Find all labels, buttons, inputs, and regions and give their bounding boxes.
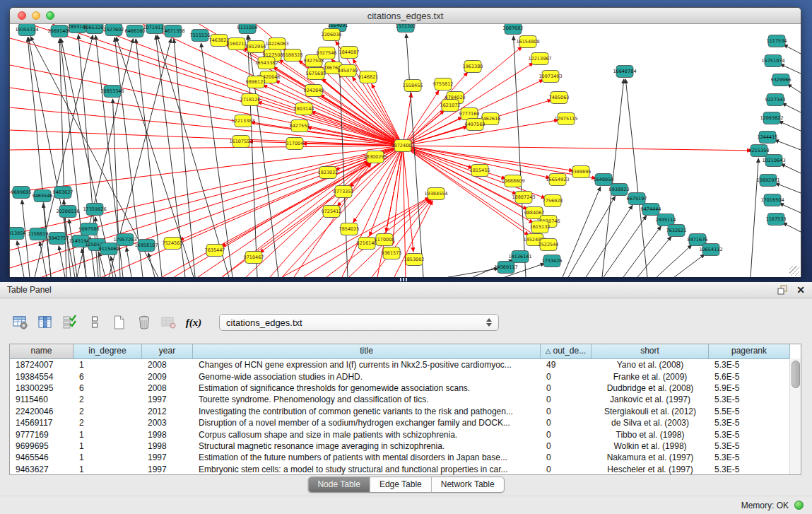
network-node[interactable]: 1167533 — [766, 214, 787, 226]
table-cell[interactable]: 2008 — [142, 360, 193, 370]
table-cell[interactable]: 1998 — [142, 441, 193, 451]
tab-network-table[interactable]: Network Table — [431, 477, 504, 492]
table-cell[interactable]: 5.3E-5 — [709, 418, 790, 428]
network-node[interactable]: 9755812 — [433, 78, 454, 90]
network-node[interactable]: 3913954 — [10, 228, 25, 240]
network-node[interactable]: 7485063 — [549, 92, 570, 104]
network-node[interactable]: 1640954 — [594, 174, 614, 186]
scrollbar-thumb[interactable] — [792, 361, 800, 388]
network-node[interactable]: 7632621 — [666, 225, 687, 237]
table-cell[interactable]: Structural magnetic resonance image aver… — [193, 441, 541, 451]
network-node[interactable]: 8938923 — [609, 184, 630, 196]
network-node[interactable]: 1853002 — [404, 254, 425, 266]
table-select-dropdown[interactable]: citations_edges.txt — [219, 314, 499, 331]
network-node[interactable]: 7515526 — [190, 30, 211, 42]
float-panel-icon[interactable] — [777, 284, 788, 296]
network-node[interactable]: 1558455 — [403, 80, 423, 92]
network-node[interactable]: 9725412 — [322, 206, 342, 218]
table-cell[interactable]: 2003 — [142, 418, 193, 428]
table-cell[interactable]: 9777169 — [10, 430, 73, 440]
network-node[interactable]: 8427552 — [290, 120, 310, 132]
column-header-in_degree[interactable]: in_degree — [73, 344, 142, 358]
table-cell[interactable]: 0 — [541, 395, 592, 404]
table-cell[interactable]: 5.3E-5 — [709, 465, 790, 474]
network-node[interactable]: 9777169 — [459, 108, 480, 120]
column-header-short[interactable]: short — [592, 344, 709, 358]
network-node[interactable]: 5675685 — [306, 68, 326, 80]
table-cell[interactable]: 18724007 — [10, 360, 73, 370]
window-resize-grip[interactable] — [789, 266, 799, 276]
network-node[interactable]: 15751074 — [761, 55, 784, 67]
table-cell[interactable]: Hescheler et al. (1997) — [592, 465, 709, 474]
network-node[interactable]: 16958107 — [134, 240, 158, 252]
table-cell[interactable]: 2 — [73, 407, 142, 416]
table-cell[interactable]: 6 — [73, 372, 142, 382]
table-cell[interactable]: 0 — [541, 465, 592, 474]
network-node[interactable]: 9115460 — [99, 243, 119, 255]
network-node[interactable]: 14136141 — [508, 251, 531, 263]
table-cell[interactable]: 1 — [73, 465, 142, 474]
table-cell[interactable]: Stergiakouli et al. (2012) — [592, 407, 709, 416]
network-node[interactable]: 1733426 — [542, 255, 563, 267]
table-cell[interactable]: 2012 — [142, 407, 193, 416]
network-node[interactable]: 13942757 — [45, 233, 69, 245]
network-node[interactable]: 19355724 — [15, 24, 38, 36]
table-cell[interactable]: Dudbridge et al. (2008) — [592, 383, 709, 393]
table-cell[interactable]: Estimation of significance thresholds fo… — [193, 383, 541, 393]
table-cell[interactable]: 5.6E-5 — [709, 372, 790, 382]
function-builder-button[interactable]: f(x) — [184, 313, 203, 332]
table-cell[interactable]: Jankovic et al. (1997) — [592, 395, 709, 404]
table-cell[interactable]: 2 — [73, 395, 142, 404]
table-cell[interactable]: Changes of HCN gene expression and I(f) … — [193, 360, 541, 370]
table-cell[interactable]: 9115460 — [10, 395, 73, 404]
table-cell[interactable]: 1 — [73, 430, 142, 440]
tab-node-table[interactable]: Node Table — [308, 477, 370, 492]
table-cell[interactable]: 0 — [541, 407, 592, 416]
table-cell[interactable]: 5.9E-5 — [709, 383, 790, 393]
network-node[interactable]: 10654112 — [699, 244, 722, 256]
network-node[interactable]: 20853346 — [100, 86, 124, 98]
network-node[interactable]: 9097588 — [79, 223, 100, 235]
network-node[interactable]: 12975115 — [554, 113, 577, 125]
network-node[interactable]: 2522544 — [539, 239, 559, 251]
table-cell[interactable]: 5.3E-5 — [709, 430, 790, 440]
table-cell[interactable]: 1997 — [142, 465, 193, 474]
delete-columns-button[interactable] — [135, 313, 153, 332]
table-row[interactable]: 1456911722003Disruption of a novel membe… — [10, 417, 790, 428]
network-view[interactable]: 1935572420691406289314410653287152760264… — [10, 24, 801, 277]
network-node[interactable]: 8215358 — [749, 145, 770, 157]
network-node[interactable]: 19384554 — [424, 188, 447, 200]
network-node[interactable]: 8912954 — [246, 41, 266, 53]
network-node[interactable]: 9399895 — [571, 166, 592, 178]
table-cell[interactable]: 1998 — [142, 430, 193, 440]
network-node[interactable]: 9242848 — [304, 85, 324, 97]
column-header-pagerank[interactable]: pagerank — [709, 344, 790, 358]
network-node[interactable]: 17359926 — [83, 204, 106, 216]
network-node[interactable]: 16154808 — [516, 36, 539, 48]
table-cell[interactable]: 6 — [73, 383, 142, 393]
network-node[interactable]: 6497568 — [465, 119, 486, 131]
network-node[interactable]: 6466160 — [125, 25, 146, 37]
table-cell[interactable]: 9465546 — [10, 452, 73, 462]
table-cell[interactable]: Franke et al. (2009) — [592, 372, 709, 382]
network-node[interactable]: 16543382 — [254, 57, 278, 69]
network-node[interactable]: 1572302 — [396, 24, 416, 33]
network-node[interactable]: 1615132 — [530, 221, 551, 233]
table-cell[interactable]: 2008 — [142, 383, 193, 393]
network-node[interactable]: 9474444 — [641, 204, 661, 216]
network-node[interactable]: 2087682 — [503, 24, 524, 35]
network-node[interactable]: 1621072 — [440, 100, 461, 112]
table-cell[interactable]: 9699695 — [10, 441, 73, 451]
network-node[interactable]: 1527602 — [104, 24, 124, 36]
table-scrollbar[interactable] — [789, 358, 801, 474]
table-cell[interactable]: 0 — [541, 418, 592, 428]
network-node[interactable]: 1117534 — [767, 35, 787, 47]
table-row[interactable]: 1938455462009Genome-wide association stu… — [10, 370, 790, 382]
table-cell[interactable]: de Silva et al. (2003) — [592, 418, 709, 428]
table-cell[interactable]: 1 — [73, 441, 142, 451]
network-node[interactable]: 1170008 — [375, 234, 395, 246]
network-node[interactable]: 9361573 — [382, 247, 402, 259]
table-cell[interactable]: 0 — [541, 441, 592, 451]
column-header-out_de[interactable]: △out_de... — [541, 344, 592, 358]
network-node[interactable]: 15692971 — [756, 175, 779, 187]
